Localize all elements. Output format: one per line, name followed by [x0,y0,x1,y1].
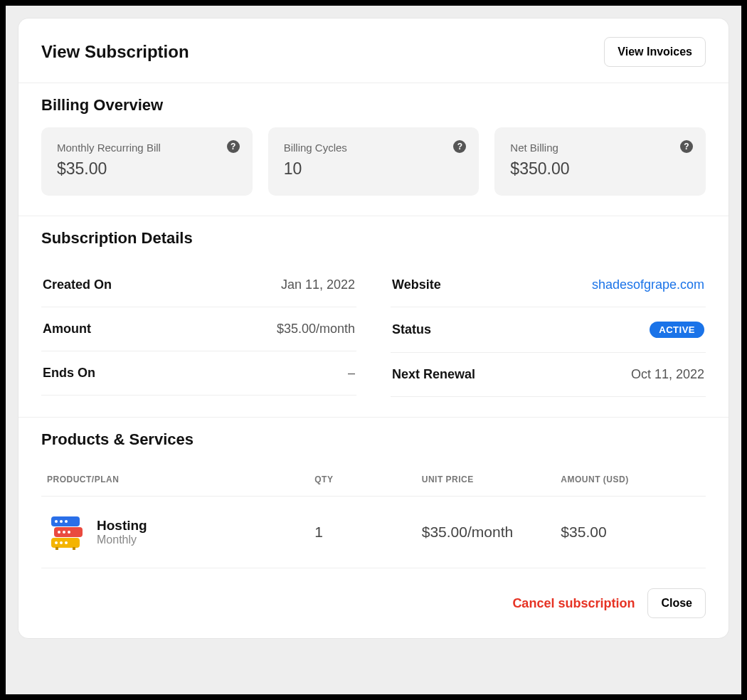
product-amount: $35.00 [561,524,700,541]
card-billing-cycles: Billing Cycles 10 ? [268,127,480,196]
card-value: $35.00 [57,159,237,179]
svg-point-6 [63,531,65,534]
detail-label: Next Renewal [392,367,475,382]
products-table-header: PRODUCT/PLAN QTY UNIT PRICE AMOUNT (USD) [41,462,706,497]
card-value: $350.00 [510,159,690,179]
detail-created-on: Created On Jan 11, 2022 [41,263,356,307]
svg-point-9 [55,541,58,544]
detail-value: $35.00/month [277,322,355,336]
card-net-billing: Net Billing $350.00 ? [494,127,706,196]
detail-label: Website [392,277,441,292]
svg-point-5 [58,531,60,534]
svg-point-3 [65,520,68,523]
subscription-details-heading: Subscription Details [41,229,706,248]
subscription-modal: View Subscription View Invoices Billing … [18,18,729,638]
col-amount: AMOUNT (USD) [561,474,700,484]
detail-ends-on: Ends On – [41,351,356,396]
col-unit-price: UNIT PRICE [422,474,561,484]
product-name: Hosting [97,518,147,534]
card-value: 10 [284,159,464,179]
detail-value: Jan 11, 2022 [281,277,355,292]
hosting-icon [47,514,87,551]
detail-label: Ends On [43,366,95,381]
card-label: Net Billing [510,142,690,154]
svg-point-2 [60,520,63,523]
help-icon[interactable]: ? [453,140,466,153]
detail-label: Created On [43,277,112,292]
products-heading: Products & Services [41,430,706,449]
card-monthly-recurring: Monthly Recurring Bill $35.00 ? [41,127,253,196]
products-section: Products & Services PRODUCT/PLAN QTY UNI… [18,418,729,568]
detail-label: Amount [43,322,91,336]
cancel-subscription-link[interactable]: Cancel subscription [512,596,635,611]
detail-next-renewal: Next Renewal Oct 11, 2022 [391,353,706,397]
view-invoices-button[interactable]: View Invoices [604,37,706,67]
status-badge: ACTIVE [650,322,704,338]
help-icon[interactable]: ? [680,140,693,153]
svg-point-10 [60,541,63,544]
subscription-details-section: Subscription Details Created On Jan 11, … [18,216,729,418]
svg-rect-12 [55,547,58,550]
detail-website: Website shadesofgrape.com [391,263,706,307]
detail-value: Oct 11, 2022 [631,367,704,382]
card-label: Monthly Recurring Bill [57,142,237,154]
website-link[interactable]: shadesofgrape.com [592,277,704,292]
detail-label: Status [392,322,431,337]
product-qty: 1 [314,524,422,541]
col-qty: QTY [314,474,422,484]
col-product: PRODUCT/PLAN [47,474,314,484]
help-icon[interactable]: ? [227,140,240,153]
detail-status: Status ACTIVE [391,307,706,353]
table-row: Hosting Monthly 1 $35.00/month $35.00 [41,497,706,568]
svg-point-7 [68,531,70,534]
detail-value: – [348,366,355,381]
svg-rect-13 [73,547,75,550]
svg-point-11 [65,541,68,544]
billing-overview-section: Billing Overview Monthly Recurring Bill … [18,83,729,216]
svg-point-1 [55,520,58,523]
detail-amount: Amount $35.00/month [41,307,356,351]
close-button[interactable]: Close [647,588,706,618]
billing-overview-heading: Billing Overview [41,96,706,115]
page-title: View Subscription [41,42,189,62]
card-label: Billing Cycles [284,142,464,154]
modal-footer: Cancel subscription Close [18,568,729,638]
product-plan: Monthly [97,534,147,546]
product-unit-price: $35.00/month [422,524,561,541]
modal-header: View Subscription View Invoices [18,18,729,83]
